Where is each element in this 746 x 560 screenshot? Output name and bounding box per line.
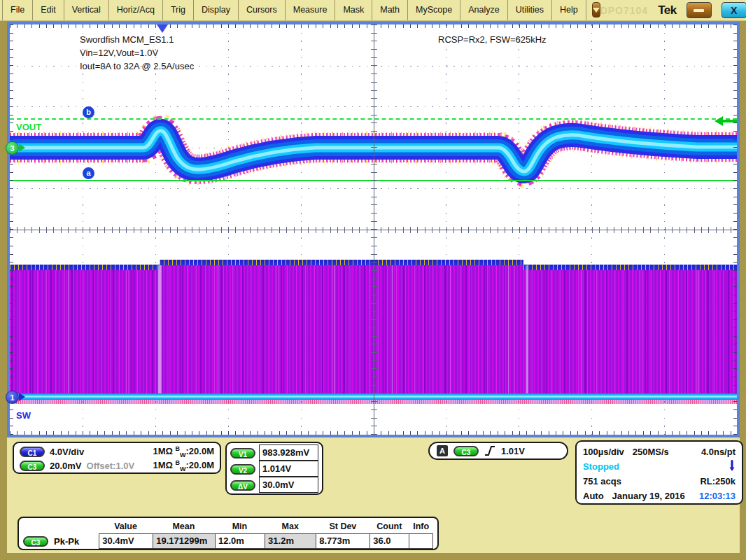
trigger-a-badge: A — [437, 445, 448, 456]
meas-count: 36.0 — [370, 533, 409, 549]
meas-stdev: 8.773m — [316, 533, 371, 549]
vout-label: VOUT — [16, 122, 41, 132]
menu-cursors[interactable]: Cursors — [239, 0, 286, 20]
close-icon: X — [731, 5, 737, 16]
trigger-source-badge[interactable]: C3 — [453, 446, 479, 456]
cursor-dv-badge[interactable]: ΔV — [230, 480, 255, 491]
sw-label: SW — [16, 410, 31, 421]
channel-1-badge[interactable]: C1 — [20, 447, 45, 457]
graticule-area: b a Swordfish MCM_ES1.1Vin=12V,Vout=1.0V… — [10, 24, 737, 435]
meas-name: Pk-Pk — [54, 536, 79, 547]
cursor-v1-badge[interactable]: V1 — [230, 448, 255, 458]
horizontal-readout-panel[interactable]: 100µs/div 250MS/s 4.0ns/pt Stopped 751 a… — [575, 440, 743, 505]
menu-mask[interactable]: Mask — [335, 0, 372, 20]
menu-utilities[interactable]: Utilities — [508, 0, 552, 20]
trigger-level-value: 1.01V — [501, 446, 525, 456]
sample-rate: 250MS/s — [633, 447, 669, 457]
channel-3-marker[interactable]: 3 — [6, 141, 19, 155]
table-row: C3 Pk-Pk 30.4mV 19.171299m 12.0m 31.2m 8… — [23, 533, 433, 549]
chevron-down-icon — [593, 8, 600, 13]
meas-value: 30.4mV — [99, 533, 154, 549]
menu-myscope[interactable]: MyScope — [408, 0, 460, 20]
ch3-offset: Offset:1.0V — [87, 461, 135, 471]
channel-readout-panel[interactable]: C1 4.0V/div 1MΩ BW:20.0M C3 20.0mV Offse… — [13, 442, 221, 474]
measurement-table[interactable]: Value Mean Min Max St Dev Count Info C3 … — [17, 517, 439, 550]
meas-info — [409, 533, 433, 549]
menu-display[interactable]: Display — [194, 0, 239, 20]
cursor-b-marker[interactable]: b — [83, 106, 94, 118]
channel-1-marker[interactable]: 1 — [6, 391, 19, 404]
menu-math[interactable]: Math — [372, 0, 408, 20]
cursor-v2-badge[interactable]: V2 — [230, 464, 255, 475]
model-watermark: DPO7104 — [600, 5, 648, 16]
cursor-readout-panel[interactable]: V1 983.928mV V2 1.014V ΔV 30.0mV — [225, 442, 323, 495]
ch1-scale: 4.0V/div — [50, 447, 84, 457]
menu-dropdown-button[interactable] — [592, 2, 600, 18]
cursor-v1-value: 983.928mV — [259, 444, 318, 461]
ch3-scale: 20.0mV — [50, 461, 82, 471]
timebase: 100µs/div — [583, 447, 624, 457]
menu-analyze[interactable]: Analyze — [460, 0, 507, 20]
channel-1-arrow-icon — [19, 393, 25, 401]
menu-measure[interactable]: Measure — [286, 0, 336, 20]
thermometer-icon — [729, 459, 736, 472]
channel-3-badge[interactable]: C3 — [20, 461, 45, 471]
menu-trig[interactable]: Trig — [163, 0, 194, 20]
menu-bar: File Edit Vertical Horiz/Acq Trig Displa… — [0, 0, 746, 21]
meas-max: 31.2m — [265, 533, 317, 549]
channel-3-arrow-icon — [19, 144, 25, 152]
close-button[interactable]: X — [722, 2, 746, 18]
meas-min: 12.0m — [215, 533, 266, 549]
menu-horiz-acq[interactable]: Horiz/Acq — [109, 0, 163, 20]
trigger-slope-icon — [484, 445, 495, 456]
trigger-readout-panel[interactable]: A C3 1.01V — [428, 442, 568, 460]
cursor-v2-value: 1.014V — [259, 461, 318, 477]
acq-status: Stopped — [583, 461, 619, 472]
menu-vertical[interactable]: Vertical — [64, 0, 109, 20]
menu-file[interactable]: File — [2, 0, 33, 20]
menu-help[interactable]: Help — [552, 0, 586, 20]
meas-source-badge[interactable]: C3 — [23, 536, 48, 547]
waveform-display: b a Swordfish MCM_ES1.1Vin=12V,Vout=1.0V… — [7, 22, 740, 438]
date: January 19, 2016 — [612, 491, 685, 501]
cursor-dv-value: 30.0mV — [259, 477, 318, 493]
measurement-table-header: Value Mean Min Max St Dev Count Info — [23, 519, 433, 533]
cursor-a-marker[interactable]: a — [83, 167, 94, 179]
record-length: RL:250k — [700, 476, 736, 486]
tek-logo: Tek — [658, 4, 677, 18]
trigger-mode: Auto — [583, 491, 604, 501]
acquisition-count: 751 acqs — [583, 476, 621, 486]
readout-area: C1 4.0V/div 1MΩ BW:20.0M C3 20.0mV Offse… — [7, 438, 740, 553]
trigger-position-icon[interactable] — [157, 24, 168, 33]
ch3-impedance-bw: 1MΩ BW:20.0M — [153, 459, 214, 472]
meas-mean: 19.171299m — [153, 533, 216, 549]
annotation-left: Swordfish MCM_ES1.1Vin=12V,Vout=1.0VIout… — [80, 33, 194, 73]
resolution: 4.0ns/pt — [701, 447, 736, 457]
annotation-right: RCSP=Rx2, FSW=625kHz — [438, 33, 547, 46]
clock-time: 12:03:13 — [699, 491, 736, 501]
trigger-level-arrow-icon[interactable] — [715, 116, 737, 126]
menu-edit[interactable]: Edit — [33, 0, 64, 20]
minimize-button[interactable] — [687, 2, 712, 18]
minimize-icon — [694, 9, 704, 12]
ch1-impedance-bw: 1MΩ BW:20.0M — [153, 445, 214, 458]
